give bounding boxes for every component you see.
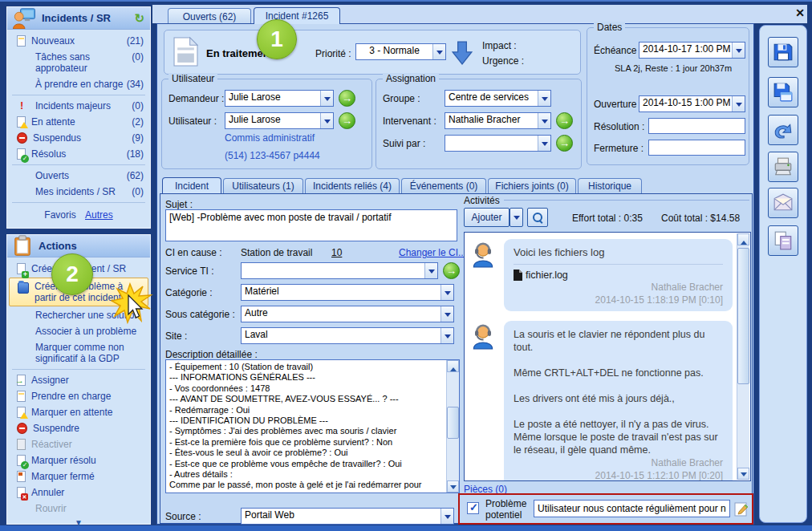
service-ti-select[interactable]: [241, 262, 438, 279]
description-textarea[interactable]: - Équipement : 10 (Station de travail) -…: [165, 359, 460, 493]
dropdown-arrow-icon[interactable]: [441, 509, 453, 524]
tab-incident[interactable]: Incident: [162, 177, 221, 193]
dropdown-arrow-icon[interactable]: [538, 136, 550, 151]
source-select[interactable]: Portail Web: [241, 508, 454, 525]
tab-fichiers-joints[interactable]: Fichiers joints (0): [488, 178, 576, 193]
fermeture-input[interactable]: [648, 140, 745, 156]
scrollbar-thumb[interactable]: [737, 248, 749, 384]
sidebar-item-nouveaux[interactable]: Nouveaux (21): [7, 33, 150, 49]
tab-incidents-relies[interactable]: Incidents reliés (4): [305, 178, 400, 193]
scroll-down-icon[interactable]: [447, 480, 459, 492]
activity-title: Voici les fichiers log: [514, 246, 723, 258]
undo-button[interactable]: [768, 115, 798, 145]
sujet-input[interactable]: [Web] -Problème avec mon poste de travai…: [165, 209, 457, 241]
scroll-up-icon[interactable]: [447, 360, 459, 372]
dropdown-arrow-icon[interactable]: [320, 113, 333, 128]
send-email-button[interactable]: [768, 188, 798, 218]
dropdown-arrow-icon[interactable]: [441, 328, 453, 343]
probleme-potentiel-input[interactable]: [534, 500, 730, 517]
clipboard-icon: [11, 235, 34, 257]
resolution-input[interactable]: [648, 118, 745, 134]
go-intervenant-button[interactable]: [556, 112, 573, 129]
action-associer-probleme[interactable]: Associer à un problème: [7, 323, 150, 339]
categorie-select[interactable]: Matériel: [241, 284, 454, 301]
demandeur-select[interactable]: Julie Larose: [225, 90, 334, 107]
tab-ouverts[interactable]: Ouverts (62): [168, 8, 251, 24]
site-select[interactable]: Laval: [241, 327, 454, 344]
sidebar-item-suspendus[interactable]: Suspendus (9): [7, 130, 150, 146]
page-icon: [17, 391, 26, 402]
save-and-close-button[interactable]: [768, 77, 798, 107]
tab-evenements[interactable]: Événements (0): [401, 178, 486, 193]
sidebar-item-resolus[interactable]: Résolus (18): [7, 146, 150, 162]
groupe-select[interactable]: Centre de services: [445, 90, 551, 107]
status-group: En traitement Priorité : 3 - Normale Imp…: [164, 30, 581, 75]
search-activity-button[interactable]: [527, 208, 548, 227]
description-scrollbar[interactable]: [446, 360, 459, 492]
dropdown-arrow-icon[interactable]: [538, 113, 550, 128]
suivi-select[interactable]: [445, 135, 551, 152]
autres-link[interactable]: Autres: [85, 209, 113, 221]
dropdown-arrow-icon[interactable]: [538, 91, 550, 106]
ouverture-picker[interactable]: 2014-10-15 1:00 PM: [639, 95, 745, 112]
sidebar-item-en-attente[interactable]: En attente (2): [7, 114, 150, 130]
tab-utilisateurs[interactable]: Utilisateurs (1): [223, 178, 303, 193]
go-suivi-button[interactable]: [556, 135, 573, 152]
copy-button[interactable]: [768, 225, 798, 256]
sidebar-item-ouverts[interactable]: Ouverts (62): [7, 168, 150, 184]
incidents-panel-header[interactable]: Incidents / SR: [7, 7, 150, 30]
page-cancel-icon: [17, 487, 26, 498]
dropdown-arrow-icon[interactable]: [441, 285, 453, 300]
dropdown-arrow-icon[interactable]: [424, 263, 437, 278]
action-marquer-non-significatif[interactable]: Marquer comme non significatif à la GDP: [7, 339, 150, 367]
page-check-icon: [17, 455, 26, 466]
sidebar-item-taches-sans-approbateur[interactable]: Tâches sans approbateur (0): [7, 49, 150, 76]
action-annuler[interactable]: Annuler: [7, 484, 150, 501]
action-suspendre[interactable]: Suspendre: [7, 420, 150, 436]
intervenant-select[interactable]: Nathalie Bracher: [445, 112, 551, 129]
changer-ci-link[interactable]: Changer le CI...: [399, 247, 466, 258]
attachment-name[interactable]: fichier.log: [526, 270, 568, 281]
action-marquer-ferme[interactable]: Marquer fermé: [7, 468, 150, 484]
ajouter-dropdown-button[interactable]: [510, 208, 523, 227]
fermeture-label: Fermeture :: [594, 143, 644, 154]
go-utilisateur-button[interactable]: [339, 112, 355, 129]
print-button[interactable]: [768, 152, 798, 182]
action-marquer-resolu[interactable]: Marquer résolu: [7, 452, 150, 468]
echeance-picker[interactable]: 2014-10-17 1:00 PM: [639, 42, 745, 59]
ci-number-link[interactable]: 10: [331, 247, 342, 258]
dropdown-arrow-icon[interactable]: [732, 96, 745, 111]
edit-note-icon[interactable]: [734, 501, 749, 517]
probleme-potentiel-checkbox[interactable]: [467, 502, 479, 514]
save-button[interactable]: [768, 37, 798, 67]
scroll-down-icon[interactable]: [737, 468, 749, 480]
attachment-row[interactable]: fichier.log: [514, 270, 723, 281]
dropdown-arrow-icon[interactable]: [320, 91, 333, 106]
action-assigner[interactable]: Assigner: [7, 372, 150, 388]
activity-feed: Voici les fichiers log fichier.log Natha…: [464, 232, 751, 481]
action-prendre-en-charge[interactable]: Prendre en charge: [7, 388, 150, 404]
dropdown-arrow-icon[interactable]: [441, 306, 453, 322]
dropdown-arrow-icon[interactable]: [432, 44, 445, 59]
go-demandeur-button[interactable]: [339, 90, 355, 107]
sidebar-item-incidents-majeurs[interactable]: Incidents majeurs (0): [7, 98, 150, 114]
sidebar-item-mes-incidents[interactable]: Mes incidents / SR (0): [7, 184, 150, 200]
dropdown-arrow-icon[interactable]: [732, 43, 745, 58]
tab-historique[interactable]: Historique: [578, 178, 642, 193]
sous-categorie-select[interactable]: Autre: [241, 306, 454, 322]
activity-scrollbar[interactable]: [737, 233, 749, 480]
go-service-button[interactable]: [443, 262, 460, 279]
priority-select[interactable]: 3 - Normale: [355, 43, 446, 60]
sidebar-item-a-prendre-en-charge[interactable]: À prendre en charge (34): [7, 76, 150, 92]
action-marquer-en-attente[interactable]: Marquer en attente: [7, 404, 150, 420]
probleme-potentiel-label: Problème potentiel: [485, 498, 532, 521]
favoris-label[interactable]: Favoris: [44, 209, 75, 221]
dates-title: Dates: [594, 22, 625, 33]
utilisateur-select[interactable]: Julie Larose: [225, 112, 334, 129]
ajouter-button[interactable]: Ajouter: [464, 208, 510, 227]
refresh-icon[interactable]: [134, 11, 144, 26]
scrollbar-thumb[interactable]: [447, 407, 459, 439]
close-icon[interactable]: [793, 6, 807, 20]
count-badge: (18): [127, 148, 144, 160]
scroll-up-icon[interactable]: [737, 233, 749, 245]
